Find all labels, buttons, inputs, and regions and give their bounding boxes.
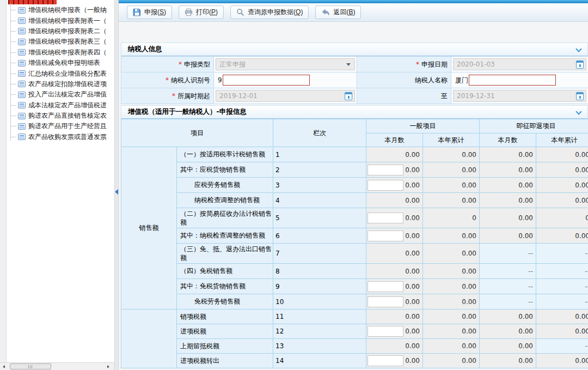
amount-cell: 0.00	[480, 324, 536, 339]
tree-item-purchase-invoice[interactable]: 农产品收购发票或普通发票	[8, 132, 114, 142]
required-asterisk: *	[179, 60, 182, 68]
amount-cell: 0.00	[480, 147, 536, 162]
declare-date-input[interactable]: 2020-01-03	[453, 58, 586, 70]
form-icon	[18, 123, 26, 130]
tree-item-direct-sale[interactable]: 购进农产品直接销售核定农	[8, 111, 114, 121]
tree-item-vat-attach-2[interactable]: 增值税纳税申报表附表二（	[8, 26, 114, 37]
taxpayer-name-input[interactable]	[469, 75, 556, 86]
line-cell: 7	[273, 244, 366, 264]
item-cell: 销项税额	[177, 310, 273, 324]
calendar-icon[interactable]	[576, 60, 584, 69]
form-tree: 增值税纳税申报表（一般纳 增值税纳税申报表附表一（ 增值税纳税申报表附表二（ 增…	[8, 5, 114, 142]
tree-item-vat-attach-1[interactable]: 增值税纳税申报表附表一（	[8, 15, 114, 26]
tree-item-label: 增值税纳税申报表（一般纳	[28, 5, 107, 15]
item-cell: 免税劳务销售额	[177, 294, 273, 310]
item-cell: 进项税额	[177, 324, 273, 339]
declare-button[interactable]: 申报(S)	[127, 5, 172, 19]
print-button[interactable]: 打印(P)	[179, 5, 224, 19]
scrollbar-thumb[interactable]	[10, 363, 51, 369]
amount-input[interactable]	[367, 165, 403, 175]
amount-input[interactable]	[367, 281, 403, 292]
required-asterisk: *	[172, 92, 175, 100]
selected-tree-item-clipped[interactable]	[8, 0, 57, 4]
panel-splitter[interactable]	[114, 0, 119, 370]
taxpayer-name-label-cell: 纳税人名称	[357, 72, 451, 88]
calendar-icon[interactable]	[576, 92, 584, 100]
amount-cell: 0.00	[480, 193, 536, 208]
line-cell: 11	[273, 310, 366, 324]
amount-cell: 0.00	[480, 178, 536, 193]
sidebar-horizontal-scrollbar	[0, 362, 114, 370]
line-cell: 12	[273, 324, 366, 339]
amount-cell: 0.00	[366, 178, 423, 193]
item-cell: 应税劳务销售额	[177, 178, 273, 193]
form-icon	[18, 70, 26, 77]
tree-item-vat-attach-3[interactable]: 增值税纳税申报表附表三（	[8, 37, 114, 47]
period-start-input[interactable]: 2019-12-01	[216, 90, 355, 102]
query-original-data-button[interactable]: 查询原申报数据(Q)	[230, 5, 309, 19]
taxpayer-name-field-cell: 厦门	[451, 72, 588, 88]
line-cell: 4	[273, 193, 366, 208]
item-cell: （二）按简易征收办法计税销售额	[177, 208, 273, 228]
period-start-field-cell: 2019-12-01	[214, 88, 357, 104]
amount-input[interactable]	[367, 231, 403, 241]
amount-input[interactable]	[367, 180, 403, 191]
collapse-sidebar-arrow-icon[interactable]	[115, 189, 118, 195]
table-row: 其中：纳税检查调整的销售额 6 0.00 0.00 0.00 0.00	[121, 228, 588, 244]
back-button[interactable]: 返回(B)	[315, 5, 361, 19]
item-cell: 其中：纳税检查调整的销售额	[177, 228, 273, 244]
amount-input[interactable]	[367, 213, 403, 223]
amount-cell: 0.00	[480, 162, 536, 178]
table-row: （二）按简易征收办法计税销售额 5 0.00 0 0.00 0	[121, 208, 588, 228]
period-end-input[interactable]: 2019-12-31	[453, 90, 586, 102]
line-cell: 10	[273, 294, 366, 310]
amount-cell: --	[480, 279, 536, 294]
item-cell: 进项税额转出	[177, 354, 273, 368]
scroll-left-button[interactable]	[0, 363, 8, 370]
declare-type-label-cell: *申报类型	[121, 57, 214, 72]
tree-item-label: 农产品收购发票或普通发票	[28, 132, 107, 142]
amount-cell: 0.00	[423, 193, 480, 208]
chevron-down-icon[interactable]	[575, 46, 581, 52]
tree-item-cost-method[interactable]: 成本法核定农产品增值税进	[8, 100, 114, 111]
tree-item-vat-reduction-detail[interactable]: 增值税减免税申报明细表	[8, 58, 114, 68]
amount-input[interactable]	[367, 355, 403, 366]
form-icon	[18, 49, 26, 56]
scroll-right-button[interactable]	[105, 363, 112, 370]
form-icon	[18, 81, 26, 87]
tree-item-farm-product-deduction[interactable]: 农产品核定扣除增值税进项	[8, 79, 114, 89]
table-row: 应税劳务销售额 3 0.00 0.00 0.00 0.00	[121, 178, 588, 193]
chevron-down-icon[interactable]	[575, 108, 581, 114]
amount-cell: 0.00	[423, 147, 480, 162]
table-row: 纳税检查调整的销售额 4 0.00 0.00 0.00 0.00	[121, 193, 588, 208]
tree-item-vat-return-general[interactable]: 增值税纳税申报表（一般纳	[8, 5, 114, 15]
vat-section-header: 增值税（适用于一般纳税人）-申报信息	[121, 105, 588, 119]
header-item: 项目	[121, 119, 273, 147]
left-arrow-icon	[3, 365, 5, 368]
tree-item-vat-attach-4[interactable]: 增值税纳税申报表附表四（	[8, 47, 114, 58]
tree-item-input-output-method[interactable]: 投入产出法核定农产品增值	[8, 89, 114, 100]
amount-cell: 0.00	[423, 354, 480, 368]
tree-item-label: 投入产出法核定农产品增值	[28, 90, 107, 99]
calendar-icon[interactable]	[345, 92, 352, 100]
header-refund-items: 即征即退项目	[480, 119, 588, 134]
tree-item-production-operation[interactable]: 购进农产品用于生产经营且	[8, 121, 114, 131]
line-cell: 8	[273, 264, 366, 279]
amount-cell: 0.00	[423, 244, 480, 264]
amount-cell: --	[536, 339, 588, 354]
tree-item-label: 购进农产品用于生产经营且	[28, 122, 107, 131]
amount-input[interactable]	[367, 326, 403, 337]
taxpayer-id-input[interactable]	[223, 75, 310, 86]
amount-cell: 0.00	[366, 193, 423, 208]
declare-type-select[interactable]: 正常申报	[216, 58, 355, 70]
amount-cell: 0.00	[536, 193, 588, 208]
taxpayer-info-title: 纳税人信息	[121, 45, 162, 54]
amount-input[interactable]	[367, 296, 403, 307]
amount-cell: 0.00	[423, 339, 480, 354]
item-cell: （四）免税销售额	[177, 264, 273, 279]
form-icon	[18, 60, 26, 66]
tree-item-summary-allocation[interactable]: 汇总纳税企业增值税分配表	[8, 68, 114, 78]
form-icon	[18, 7, 26, 14]
table-row: 免税劳务销售额 10 0.00 0.00 -- --	[121, 294, 588, 310]
tree-item-label: 增值税纳税申报表附表二（	[28, 27, 107, 36]
